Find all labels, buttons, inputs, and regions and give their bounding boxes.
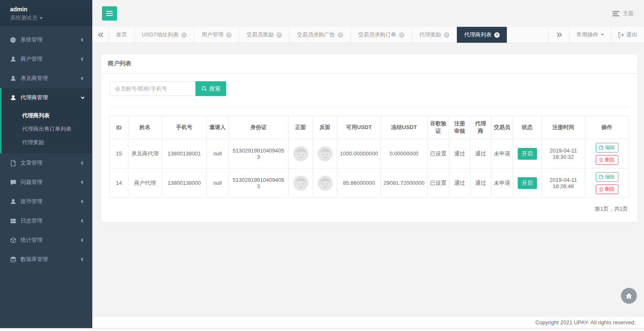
tab-usdt-address-list[interactable]: USDT地址列表✕ <box>135 27 194 43</box>
edit-button[interactable]: 编辑 <box>596 143 618 153</box>
sidebar-item-acceptor[interactable]: 承兑商管理 <box>0 69 92 88</box>
delete-button[interactable]: 删除 <box>596 184 618 194</box>
sidebar-item-label: 提币管理 <box>21 198 42 205</box>
column-header-agent: 代理商 <box>470 116 491 139</box>
main-area: 主题 首页 USDT地址列表✕ 用户管理✕ 交易员奖励✕ 交易员求购广告✕ 交易… <box>92 0 644 328</box>
user-profile: admin 系统测试员 <box>0 0 92 26</box>
tab-close-icon[interactable]: ✕ <box>338 32 343 38</box>
sidebar-subitem-agent-sell-orders[interactable]: 代理商出售订单列表 <box>2 122 92 136</box>
sidebar-item-label: 代理商管理 <box>21 94 48 101</box>
common-actions-label: 常用操作 <box>576 31 598 39</box>
cell-phone: 13800138000 <box>162 168 207 198</box>
tabs-scroll-left-button[interactable] <box>92 27 109 43</box>
search-button[interactable]: 搜索 <box>196 81 226 96</box>
edit-button-label: 编辑 <box>605 144 615 151</box>
tab-close-icon[interactable]: ✕ <box>181 32 187 38</box>
theme-switcher[interactable]: 主题 <box>613 10 634 17</box>
cell-idcard-front <box>289 139 313 168</box>
cell-trader: 未申请 <box>491 168 513 198</box>
copyright-text: Copyright 2021 UPAY- All rights reserved… <box>535 319 636 326</box>
sidebar-subitem-label: 代理商出售订单列表 <box>22 126 71 132</box>
cell-register-audit: 通过 <box>449 168 470 198</box>
chevron-left-icon <box>81 200 84 203</box>
logout-button[interactable]: 退出 <box>611 27 644 43</box>
tab-trader-reward[interactable]: 交易员奖励✕ <box>239 27 289 43</box>
cell-status: 开启 <box>513 139 542 168</box>
merchant-list-panel: 商户列表 搜索 <box>101 54 638 222</box>
cell-available-usdt: 1000.00000000 <box>337 139 381 168</box>
back-home-button[interactable] <box>621 288 637 304</box>
sidebar-item-withdraw[interactable]: 提币管理 <box>0 192 92 211</box>
sidebar-subitem-agent-list[interactable]: 代理商列表 <box>2 109 92 122</box>
status-toggle-button[interactable]: 开启 <box>518 177 537 189</box>
app-root: admin 系统测试员 系统管理 商户管理 <box>0 0 644 331</box>
comment-icon <box>10 179 16 186</box>
delete-button[interactable]: 删除 <box>596 155 618 165</box>
tab-close-icon[interactable]: ✕ <box>399 32 404 38</box>
tab-home[interactable]: 首页 <box>109 27 135 43</box>
double-chevron-right-icon <box>556 32 562 37</box>
chevron-left-icon <box>81 57 84 61</box>
cell-inviter: null <box>207 168 229 198</box>
tab-trader-buy-ads[interactable]: 交易员求购广告✕ <box>289 27 351 43</box>
cell-available-usdt: 85.86000000 <box>337 168 381 198</box>
panel-title: 商户列表 <box>101 54 637 74</box>
sidebar-item-article[interactable]: 文章管理 <box>0 153 92 173</box>
tab-agent-reward[interactable]: 代理奖励✕ <box>412 27 457 43</box>
edit-icon <box>599 145 603 150</box>
theme-list-icon <box>613 11 619 16</box>
sidebar-item-log[interactable]: 日志管理 <box>0 211 92 230</box>
tabs-scroll-right-button[interactable] <box>548 27 569 43</box>
tab-trader-buy-orders[interactable]: 交易员求购订单✕ <box>351 27 412 43</box>
sidebar-item-label: 承兑商管理 <box>21 75 48 82</box>
sidebar-subitem-agent-reward[interactable]: 代理奖励 <box>2 136 92 149</box>
tab-label: USDT地址列表 <box>142 31 178 39</box>
column-header-available-usdt: 可用USDT <box>337 116 381 139</box>
sidebar-item-label: 问题管理 <box>21 178 42 186</box>
sidebar-item-database[interactable]: 数据库管理 <box>0 250 92 269</box>
home-icon <box>626 293 632 299</box>
logout-label: 退出 <box>626 31 637 39</box>
sidebar-toggle-button[interactable] <box>102 6 117 21</box>
cell-inviter: null <box>207 139 229 168</box>
tab-user-management[interactable]: 用户管理✕ <box>194 27 239 43</box>
column-header-front: 正面 <box>289 116 313 139</box>
sidebar-item-question[interactable]: 问题管理 <box>0 173 92 192</box>
sidebar-item-agent[interactable]: 代理商管理 <box>0 88 92 107</box>
id-card-back-image[interactable] <box>318 146 333 161</box>
cell-trader: 未申请 <box>491 139 513 168</box>
sidebar-item-merchant[interactable]: 商户管理 <box>0 49 92 69</box>
user-icon <box>10 199 16 205</box>
user-role-label: 系统测试员 <box>10 14 37 22</box>
search-input[interactable] <box>110 81 196 96</box>
username: admin <box>10 6 82 13</box>
cell-google-auth: 已设置 <box>428 139 449 168</box>
column-header-register-time: 注册时间 <box>542 116 585 139</box>
page-bottom-edge <box>0 328 644 331</box>
tab-close-icon[interactable]: ✕ <box>226 32 232 38</box>
id-card-front-image[interactable] <box>293 176 308 191</box>
edit-button[interactable]: 编辑 <box>596 172 618 182</box>
tab-close-icon[interactable]: ✕ <box>444 32 449 38</box>
cell-idcard-back <box>313 139 337 168</box>
user-icon <box>10 56 16 62</box>
id-card-front-image[interactable] <box>293 146 308 161</box>
status-toggle-button[interactable]: 开启 <box>518 148 537 160</box>
sidebar-item-statistics[interactable]: 统计管理 <box>0 230 92 250</box>
cell-register-time: 2019-04-11 18:26:48 <box>542 168 585 198</box>
user-role-dropdown[interactable]: 系统测试员 <box>10 14 82 22</box>
tab-close-icon[interactable]: ✕ <box>276 32 282 38</box>
tab-close-icon[interactable]: ✕ <box>494 32 500 38</box>
sidebar-item-system[interactable]: 系统管理 <box>0 30 92 49</box>
sidebar-item-label: 商户管理 <box>21 55 42 63</box>
tab-agent-list[interactable]: 代理商列表✕ <box>457 27 507 43</box>
sidebar-menu: 系统管理 商户管理 承兑商管理 代 <box>0 30 92 269</box>
chevron-down-icon <box>39 17 43 19</box>
content-area: 商户列表 搜索 <box>92 43 644 316</box>
common-actions-dropdown[interactable]: 常用操作 <box>569 27 611 43</box>
footer: Copyright 2021 UPAY- All rights reserved… <box>92 316 644 328</box>
chevron-left-icon <box>81 38 84 41</box>
cell-actions: 编辑 删除 <box>585 139 629 168</box>
id-card-back-image[interactable] <box>318 176 333 191</box>
delete-button-label: 删除 <box>605 156 615 163</box>
